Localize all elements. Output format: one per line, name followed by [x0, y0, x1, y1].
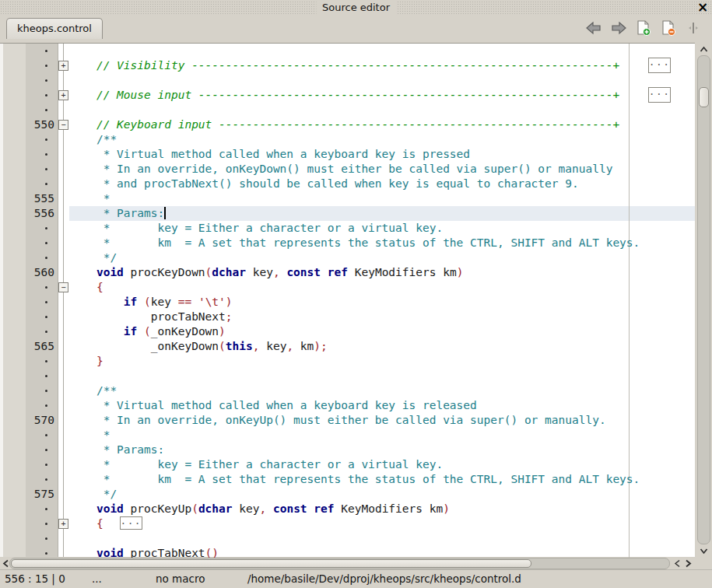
code-line[interactable]: [0, 531, 695, 546]
code-line[interactable]: [0, 369, 695, 383]
code-text[interactable]: * Virtual method called when a keyboard …: [69, 147, 695, 162]
code-text[interactable]: * key = Either a character or a virtual …: [69, 221, 695, 236]
close-icon[interactable]: ×: [696, 0, 709, 16]
code-text[interactable]: procTabNext;: [69, 310, 695, 324]
code-line[interactable]: if (_onKeyDown): [0, 324, 695, 339]
fold-expand-icon[interactable]: +: [58, 90, 68, 100]
code-text[interactable]: void procTabNext(): [69, 546, 695, 558]
vertical-scroll-track[interactable]: [697, 55, 710, 544]
tab-kheops-control[interactable]: kheops.control: [6, 18, 103, 39]
code-line[interactable]: 565 _onKeyDown(this, key, km);: [0, 339, 695, 354]
code-line[interactable]: 575 */: [0, 487, 695, 502]
code-text[interactable]: _onKeyDown(this, key, km);: [69, 339, 695, 354]
scroll-down-icon[interactable]: [695, 544, 712, 557]
code-text[interactable]: }: [69, 354, 695, 369]
code-line[interactable]: * Virtual method called when a keyboard …: [0, 398, 695, 413]
code-line[interactable]: [0, 103, 695, 117]
code-text[interactable]: */: [69, 250, 695, 265]
code-text[interactable]: [69, 73, 695, 88]
code-text[interactable]: {: [69, 280, 695, 295]
code-text[interactable]: /**: [69, 132, 695, 147]
code-line[interactable]: /**: [0, 132, 695, 147]
code-text[interactable]: * km = A set that represents the status …: [69, 236, 695, 250]
code-line[interactable]: }: [0, 354, 695, 369]
title-bar[interactable]: Source editor ×: [0, 0, 712, 16]
code-line[interactable]: * and procTabNext() should be called whe…: [0, 177, 695, 191]
gutter-strip: [0, 221, 26, 236]
code-line[interactable]: procTabNext;: [0, 310, 695, 324]
code-line[interactable]: /**: [0, 383, 695, 398]
close-document-button[interactable]: [659, 19, 678, 37]
go-forward-button[interactable]: [609, 19, 628, 37]
horizontal-scroll-thumb[interactable]: [11, 559, 531, 568]
code-text[interactable]: {...: [69, 516, 695, 531]
code-line[interactable]: 556 * Params:: [0, 206, 695, 221]
code-text[interactable]: * key = Either a character or a virtual …: [69, 457, 695, 472]
fold-expand-icon[interactable]: +: [58, 519, 68, 529]
code-text[interactable]: * Params:: [69, 443, 695, 457]
collapsed-code-icon[interactable]: ...: [120, 516, 142, 530]
code-line[interactable]: + // Mouse input -----------------------…: [0, 88, 695, 103]
scroll-right-icon[interactable]: [682, 557, 693, 569]
code-line[interactable]: * Virtual method called when a keyboard …: [0, 147, 695, 162]
gutter-strip: [0, 73, 26, 88]
code-text[interactable]: void procKeyDown(dchar key, const ref Ke…: [69, 265, 695, 280]
collapsed-code-icon[interactable]: ...: [648, 87, 671, 103]
code-text[interactable]: // Mouse input -------------------------…: [69, 88, 695, 103]
code-line[interactable]: * In an override, onKeyDown() must eithe…: [0, 162, 695, 177]
code-line[interactable]: * key = Either a character or a virtual …: [0, 457, 695, 472]
code-line[interactable]: + {...: [0, 516, 695, 531]
code-text[interactable]: /**: [69, 383, 695, 398]
code-line[interactable]: * km = A set that represents the status …: [0, 472, 695, 487]
code-line[interactable]: *: [0, 428, 695, 443]
code-text[interactable]: * In an override, onKeyDown() must eithe…: [69, 162, 695, 177]
fold-collapse-icon[interactable]: −: [58, 120, 68, 130]
code-line[interactable]: 555 *: [0, 191, 695, 206]
fold-collapse-icon[interactable]: −: [58, 282, 68, 292]
code-line[interactable]: [0, 44, 695, 58]
vertical-scroll-thumb[interactable]: [699, 87, 709, 107]
code-line[interactable]: * key = Either a character or a virtual …: [0, 221, 695, 236]
new-document-button[interactable]: [634, 19, 653, 37]
detach-split-button[interactable]: [684, 19, 703, 37]
code-text[interactable]: [69, 369, 695, 383]
code-editor[interactable]: + // Visibility ------------------------…: [0, 43, 695, 558]
code-line[interactable]: + // Visibility ------------------------…: [0, 58, 695, 73]
horizontal-scroll-track[interactable]: [9, 558, 670, 569]
code-text[interactable]: void procKeyUp(dchar key, const ref KeyM…: [69, 502, 695, 516]
code-line[interactable]: 570 * In an override, onKeyUp() must eit…: [0, 413, 695, 428]
code-line[interactable]: − {: [0, 280, 695, 295]
code-text[interactable]: [69, 531, 695, 546]
code-text[interactable]: if (key == '\t'): [69, 295, 695, 310]
go-back-button[interactable]: [584, 19, 603, 37]
code-line[interactable]: if (key == '\t'): [0, 295, 695, 310]
code-text[interactable]: [69, 103, 695, 117]
code-line[interactable]: void procTabNext(): [0, 546, 695, 558]
scroll-up-icon[interactable]: [695, 43, 712, 55]
code-line[interactable]: */: [0, 250, 695, 265]
arrow-left-icon: [585, 20, 602, 36]
code-text[interactable]: // Keyboard input ----------------------…: [69, 117, 695, 132]
code-text[interactable]: * Params:: [69, 206, 695, 221]
code-text[interactable]: * and procTabNext() should be called whe…: [69, 177, 695, 191]
code-text[interactable]: * km = A set that represents the status …: [69, 472, 695, 487]
code-text[interactable]: */: [69, 487, 695, 502]
code-text[interactable]: * In an override, onKeyUp() must either …: [69, 413, 695, 428]
code-line[interactable]: [0, 73, 695, 88]
code-text[interactable]: *: [69, 428, 695, 443]
code-text[interactable]: *: [69, 191, 695, 206]
vertical-scrollbar[interactable]: [695, 43, 712, 557]
code-text[interactable]: [69, 44, 695, 58]
collapsed-code-icon[interactable]: ...: [648, 58, 671, 73]
code-line[interactable]: void procKeyUp(dchar key, const ref KeyM…: [0, 502, 695, 516]
code-text[interactable]: if (_onKeyDown): [69, 324, 695, 339]
code-line[interactable]: 560 void procKeyDown(dchar key, const re…: [0, 265, 695, 280]
code-line[interactable]: * Params:: [0, 443, 695, 457]
code-line[interactable]: 550− // Keyboard input -----------------…: [0, 117, 695, 132]
code-line[interactable]: * km = A set that represents the status …: [0, 236, 695, 250]
code-text[interactable]: * Virtual method called when a keyboard …: [69, 398, 695, 413]
code-text[interactable]: // Visibility --------------------------…: [69, 58, 695, 73]
scroll-left-end-icon[interactable]: [672, 557, 682, 569]
fold-expand-icon[interactable]: +: [58, 61, 68, 71]
horizontal-scrollbar[interactable]: [0, 557, 695, 569]
